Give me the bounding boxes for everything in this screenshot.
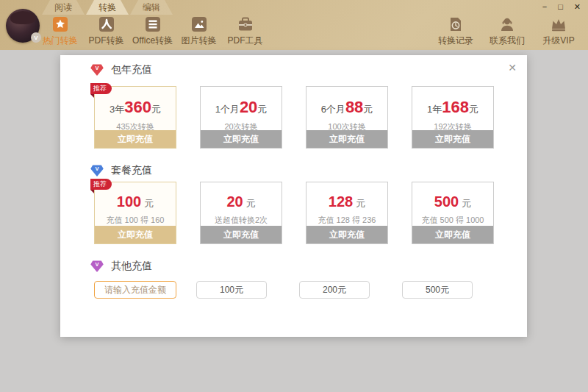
crown-icon (550, 16, 567, 32)
action-label: 联系我们 (490, 35, 525, 47)
action-upgrade-vip[interactable]: 升级VIP (538, 16, 579, 47)
app-window: 阅读 转换 编辑 − □ ✕ V 热门转换 PDF转换 (0, 0, 588, 392)
minimize-button[interactable]: − (542, 1, 547, 13)
close-button[interactable]: ✕ (574, 1, 581, 13)
plan-desc: 送超值转换2次 (201, 215, 282, 226)
recharge-now-button[interactable]: 立即充值 (306, 130, 387, 148)
nav-label: 图片转换 (182, 35, 217, 47)
plan-card: 500元 充值 500 得 1000 立即充值 (412, 182, 494, 244)
action-contact-us[interactable]: 联系我们 (487, 16, 528, 47)
tab-edit[interactable]: 编辑 (130, 0, 173, 15)
recharge-dialog: ✕ V 包年充值 推荐 3年360元 435次转换 立即充值 1个月20元 (60, 55, 527, 337)
section-other-recharge: V 其他充值 (90, 259, 152, 274)
amount-button-100[interactable]: 100元 (196, 281, 267, 299)
image-icon (191, 16, 207, 32)
plan-card: 20元 送超值转换2次 立即充值 (200, 182, 282, 244)
other-amount-row: 100元 200元 500元 (94, 281, 473, 299)
modal-overlay: ✕ V 包年充值 推荐 3年360元 435次转换 立即充值 1个月20元 (0, 50, 588, 392)
price-line: 1年168元 (412, 98, 493, 117)
plan-card: 1年168元 192次转换 立即充值 (412, 86, 494, 149)
gem-icon: V (90, 259, 104, 274)
section-package-recharge: V 套餐充值 (90, 163, 152, 178)
price-line: 20元 (201, 193, 282, 210)
section-annual-recharge: V 包年充值 (90, 63, 152, 77)
avatar-image (10, 11, 35, 24)
recharge-now-button[interactable]: 立即充值 (412, 226, 493, 243)
section-title: 套餐充值 (111, 164, 152, 177)
plan-desc: 充值 128 得 236 (306, 215, 387, 226)
pdf-icon (98, 16, 115, 32)
plan-card: 推荐 3年360元 435次转换 立即充值 (94, 86, 176, 149)
tab-edit-label: 编辑 (143, 1, 160, 14)
plan-desc: 充值 500 得 1000 (412, 215, 493, 226)
user-avatar[interactable]: V (6, 9, 40, 43)
recommend-badge: 推荐 (90, 83, 112, 94)
plan-card: 128元 充值 128 得 236 立即充值 (306, 182, 388, 244)
document-lines-icon (145, 16, 161, 32)
tab-convert[interactable]: 转换 (86, 0, 129, 15)
action-conversion-history[interactable]: 转换记录 (435, 16, 476, 47)
price-line: 1个月20元 (201, 98, 282, 117)
plan-card: 6个月88元 100次转换 立即充值 (306, 86, 388, 149)
maximize-button[interactable]: □ (558, 1, 563, 13)
amount-button-200[interactable]: 200元 (299, 281, 370, 299)
amount-button-500[interactable]: 500元 (402, 281, 473, 299)
nav-label: Office转换 (132, 35, 173, 47)
price-line: 500元 (412, 193, 493, 210)
gem-icon: V (90, 163, 104, 178)
star-icon (52, 16, 68, 32)
package-card-row: 推荐 100元 充值 100 得 160 立即充值 20元 送超值转换2次 立即… (94, 182, 494, 244)
svg-text:V: V (95, 165, 98, 172)
price-line: 3年360元 (95, 98, 176, 117)
toolbar-actions: 转换记录 联系我们 升级VIP (435, 16, 579, 47)
briefcase-icon (237, 16, 254, 32)
custom-amount-input[interactable] (94, 281, 176, 299)
section-title: 包年充值 (111, 63, 152, 76)
gem-icon: V (90, 63, 104, 77)
action-label: 转换记录 (438, 35, 473, 47)
tab-convert-label: 转换 (98, 1, 116, 14)
price-line: 100元 (95, 193, 176, 210)
recharge-now-button[interactable]: 立即充值 (95, 226, 176, 243)
section-title: 其他充值 (111, 260, 152, 273)
toolbar-nav: 热门转换 PDF转换 Office转换 (37, 16, 268, 47)
window-controls: − □ ✕ (542, 1, 581, 13)
recommend-badge: 推荐 (90, 179, 112, 190)
headset-icon (499, 16, 515, 32)
recharge-now-button[interactable]: 立即充值 (95, 130, 176, 148)
plan-card: 1个月20元 20次转换 立即充值 (200, 86, 282, 149)
action-label: 升级VIP (542, 35, 574, 47)
nav-hot-convert[interactable]: 热门转换 (37, 16, 83, 47)
svg-text:V: V (95, 261, 98, 268)
plan-card: 推荐 100元 充值 100 得 160 立即充值 (94, 182, 176, 244)
nav-image-convert[interactable]: 图片转换 (176, 16, 222, 47)
plan-desc: 充值 100 得 160 (95, 215, 176, 226)
tab-read[interactable]: 阅读 (42, 0, 85, 15)
nav-label: PDF转换 (89, 35, 124, 47)
annual-card-row: 推荐 3年360元 435次转换 立即充值 1个月20元 20次转换 立即充值 … (94, 86, 494, 149)
price-line: 6个月88元 (306, 98, 387, 117)
recharge-now-button[interactable]: 立即充值 (201, 226, 282, 243)
tab-read-label: 阅读 (54, 1, 72, 14)
nav-label: 热门转换 (43, 35, 78, 47)
history-icon (448, 16, 463, 32)
dialog-close-icon[interactable]: ✕ (508, 63, 517, 73)
recharge-now-button[interactable]: 立即充值 (201, 130, 282, 148)
nav-pdf-tools[interactable]: PDF工具 (222, 16, 268, 47)
recharge-now-button[interactable]: 立即充值 (412, 130, 493, 148)
price-line: 128元 (306, 193, 387, 210)
nav-label: PDF工具 (228, 35, 263, 47)
recharge-now-button[interactable]: 立即充值 (306, 226, 387, 243)
nav-office-convert[interactable]: Office转换 (129, 16, 176, 47)
title-tabs: 阅读 转换 编辑 (42, 0, 174, 15)
svg-text:V: V (95, 65, 98, 71)
nav-pdf-convert[interactable]: PDF转换 (83, 16, 129, 47)
